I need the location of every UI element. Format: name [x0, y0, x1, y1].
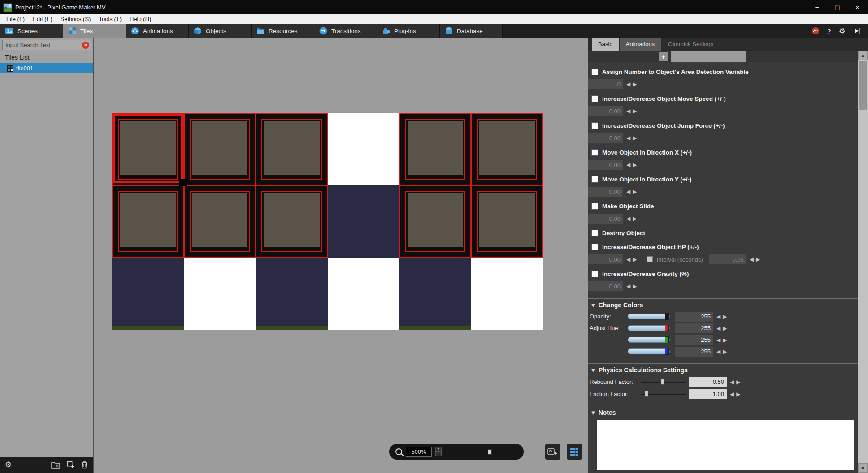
increase-arrow-icon[interactable]: ▶ — [723, 326, 727, 331]
tile-cell-navy-g[interactable] — [399, 258, 471, 330]
friction-value-field[interactable]: 1.00 — [689, 389, 727, 399]
scrollbar-thumb[interactable] — [859, 61, 867, 110]
panel-scrollbar[interactable]: ▲ ▼ — [858, 51, 868, 473]
opacity-slider-handle[interactable] — [665, 313, 669, 320]
tile-cell-white[interactable] — [328, 113, 399, 185]
tiles-list-item-tile001[interactable]: tile001 — [0, 63, 93, 73]
interval-value-field[interactable]: 0.05 — [709, 254, 746, 264]
increase-arrow-icon[interactable]: ▶ — [723, 314, 727, 319]
tile-cell-block[interactable] — [471, 113, 543, 185]
add-tile-icon[interactable] — [67, 461, 74, 469]
tile-cell-navy-g[interactable] — [256, 258, 327, 330]
action-value-field[interactable]: 0.00 — [588, 281, 623, 291]
canvas-area[interactable]: 500% + − — [94, 38, 588, 473]
action-checkbox[interactable] — [591, 271, 598, 277]
action-value-field[interactable]: 0.00 — [588, 106, 623, 116]
decrease-arrow-icon[interactable]: ◀ — [716, 349, 720, 354]
zoom-in-button[interactable]: + — [435, 447, 442, 452]
hue-blue-slider[interactable] — [628, 348, 670, 354]
tile-cell-block[interactable] — [471, 185, 543, 258]
tile-cell-white[interactable] — [471, 258, 543, 330]
tab-resources[interactable]: Resources — [252, 24, 314, 38]
hue-green-slider[interactable] — [628, 337, 670, 343]
menu-settings[interactable]: Settings (S) — [56, 15, 95, 23]
tile-cell-block[interactable] — [112, 185, 184, 258]
section-physics[interactable]: ▼ Physics Calculations Settings — [588, 363, 858, 374]
increase-arrow-icon[interactable]: ▶ — [736, 379, 740, 385]
increase-arrow-icon[interactable]: ▶ — [633, 135, 637, 141]
tab-scenes[interactable]: Scenes — [0, 24, 63, 38]
menu-tools[interactable]: Tools (T) — [95, 15, 126, 23]
decrease-arrow-icon[interactable]: ◀ — [626, 135, 630, 141]
friction-factor-slider[interactable] — [641, 391, 686, 397]
help-icon[interactable]: ? — [827, 27, 831, 35]
hue-green-value-field[interactable]: 255 — [675, 335, 713, 345]
friction-slider-handle[interactable] — [645, 391, 648, 397]
action-value-field[interactable]: 0.00 — [588, 160, 623, 170]
action-checkbox[interactable] — [591, 95, 598, 102]
section-notes[interactable]: ▼ Notes — [588, 406, 858, 417]
tile-cell-block[interactable] — [399, 185, 471, 258]
scroll-down-icon[interactable]: ▼ — [858, 463, 868, 473]
tile-cell-navy[interactable] — [328, 185, 399, 258]
opacity-slider[interactable] — [628, 314, 670, 319]
increase-arrow-icon[interactable]: ▶ — [633, 162, 637, 168]
increase-arrow-icon[interactable]: ▶ — [633, 82, 637, 87]
tile-cell-white[interactable] — [328, 258, 399, 330]
decrease-arrow-icon[interactable]: ◀ — [626, 216, 630, 221]
increase-arrow-icon[interactable]: ▶ — [633, 108, 637, 114]
increase-arrow-icon[interactable]: ▶ — [633, 216, 637, 221]
rebound-value-field[interactable]: 0.50 — [689, 377, 727, 387]
sidebar-gear-icon[interactable]: ⚙ — [5, 461, 12, 469]
zoom-slider-handle[interactable] — [488, 449, 492, 455]
opacity-value-field[interactable]: 255 — [675, 312, 713, 322]
record-icon[interactable] — [812, 27, 820, 35]
notes-textarea[interactable] — [597, 420, 854, 470]
action-checkbox[interactable] — [591, 203, 598, 210]
increase-arrow-icon[interactable]: ▶ — [723, 337, 727, 343]
tab-objects[interactable]: Objects — [189, 24, 252, 38]
decrease-arrow-icon[interactable]: ◀ — [730, 379, 734, 385]
tile-cell-block[interactable] — [184, 113, 256, 185]
increase-arrow-icon[interactable]: ▶ — [633, 189, 637, 194]
decrease-arrow-icon[interactable]: ◀ — [626, 162, 630, 168]
tile-cell-block[interactable] — [184, 185, 256, 258]
action-checkbox[interactable] — [591, 176, 598, 183]
action-checkbox[interactable] — [591, 230, 598, 236]
increase-arrow-icon[interactable]: ▶ — [723, 349, 727, 354]
tileset[interactable] — [112, 113, 543, 330]
panel-tab-gimmick-settings[interactable]: Gimmick Settings — [662, 38, 720, 51]
tab-animations[interactable]: Animations — [126, 24, 189, 38]
decrease-arrow-icon[interactable]: ◀ — [626, 284, 630, 289]
maximize-button[interactable]: □ — [827, 0, 847, 14]
menu-edit[interactable]: Edit (E) — [29, 15, 56, 23]
tab-transitions[interactable]: Transitions — [314, 24, 377, 38]
tile-cell-block[interactable] — [399, 113, 471, 185]
hue-blue-value-field[interactable]: 255 — [675, 347, 713, 357]
action-value-field[interactable]: 0.00 — [588, 214, 623, 224]
partial-list-item[interactable] — [671, 51, 746, 62]
selection-handle[interactable] — [179, 179, 187, 186]
action-checkbox[interactable] — [591, 244, 598, 250]
menu-help[interactable]: Help (H) — [126, 15, 155, 23]
tile-cell-navy-g[interactable] — [112, 258, 184, 330]
increase-arrow-icon[interactable]: ▶ — [633, 284, 637, 289]
tile-cell-block[interactable] — [256, 185, 327, 258]
hue-blue-slider-handle[interactable] — [665, 348, 669, 355]
close-button[interactable]: ✕ — [847, 0, 868, 14]
action-value-field[interactable]: 0 — [588, 79, 623, 89]
interval-checkbox[interactable] — [647, 256, 653, 262]
tile-cell-white[interactable] — [184, 258, 256, 330]
action-value-field[interactable]: 0.00 — [588, 133, 623, 143]
decrease-arrow-icon[interactable]: ◀ — [626, 108, 630, 114]
action-checkbox[interactable] — [591, 122, 598, 129]
panel-tab-animations[interactable]: Animations — [620, 38, 661, 51]
search-input[interactable] — [2, 40, 91, 50]
decrease-arrow-icon[interactable]: ◀ — [716, 337, 720, 343]
hue-red-slider[interactable] — [628, 325, 670, 331]
zoom-slider[interactable] — [447, 449, 517, 455]
add-folder-icon[interactable] — [51, 461, 60, 469]
menu-file[interactable]: File (F) — [2, 15, 29, 23]
delete-trash-icon[interactable] — [81, 461, 88, 469]
tab-database[interactable]: Database — [440, 24, 503, 38]
